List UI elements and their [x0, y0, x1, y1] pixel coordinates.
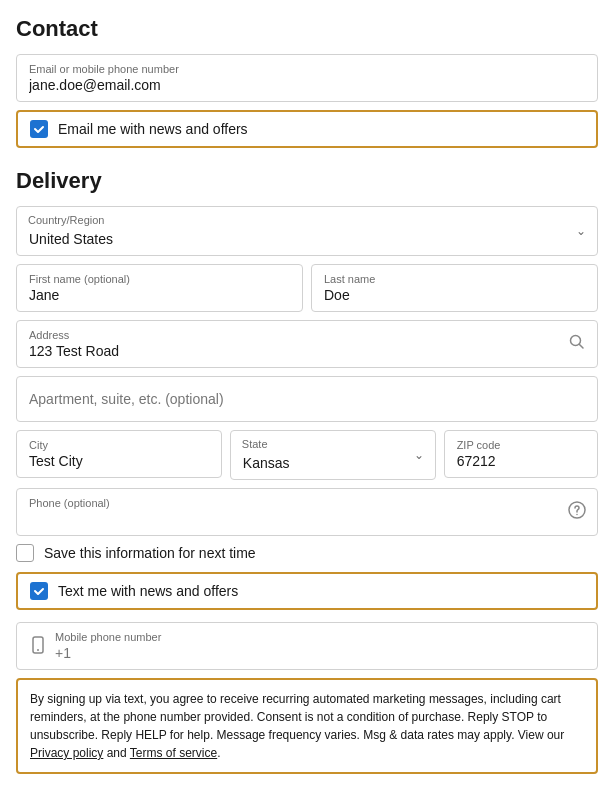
first-name-label: First name (optional) — [29, 273, 290, 285]
terms-link[interactable]: Terms of service — [130, 746, 217, 760]
legal-text-box: By signing up via text, you agree to rec… — [16, 678, 598, 774]
question-icon[interactable] — [568, 501, 586, 523]
save-info-label: Save this information for next time — [44, 545, 256, 561]
mobile-phone-input[interactable] — [55, 645, 585, 661]
save-info-row[interactable]: Save this information for next time — [16, 544, 598, 562]
legal-text: By signing up via text, you agree to rec… — [30, 692, 564, 742]
text-news-label: Text me with news and offers — [58, 583, 238, 599]
email-news-label: Email me with news and offers — [58, 121, 248, 137]
country-select[interactable]: United States — [16, 206, 598, 256]
address-wrapper: Address — [16, 320, 598, 368]
address-input[interactable] — [29, 343, 557, 359]
legal-period: . — [217, 746, 220, 760]
save-info-checkbox[interactable] — [16, 544, 34, 562]
city-input[interactable] — [29, 453, 209, 469]
privacy-policy-link[interactable]: Privacy policy — [30, 746, 103, 760]
phone-wrapper: Phone (optional) — [16, 488, 598, 536]
mobile-phone-label: Mobile phone number — [55, 631, 585, 643]
city-label: City — [29, 439, 209, 451]
state-wrapper: State Kansas ⌄ — [230, 430, 436, 480]
phone-icon — [29, 636, 47, 657]
zip-wrapper: ZIP code — [444, 430, 598, 480]
legal-and: and — [103, 746, 129, 760]
first-name-input[interactable] — [29, 287, 290, 303]
text-news-checkbox[interactable] — [30, 582, 48, 600]
zip-input[interactable] — [457, 453, 585, 469]
address-label: Address — [29, 329, 557, 341]
email-news-checkbox-row[interactable]: Email me with news and offers — [16, 110, 598, 148]
svg-point-4 — [37, 649, 39, 651]
phone-label: Phone (optional) — [29, 497, 557, 509]
email-input[interactable] — [29, 77, 585, 93]
first-name-wrapper: First name (optional) — [16, 264, 303, 312]
city-state-zip-row: City State Kansas ⌄ ZIP code — [16, 430, 598, 480]
zip-label: ZIP code — [457, 439, 585, 451]
apt-wrapper — [16, 376, 598, 422]
apt-input[interactable] — [16, 376, 598, 422]
text-news-checkbox-row[interactable]: Text me with news and offers — [16, 572, 598, 610]
country-wrapper: Country/Region United States ⌄ — [16, 206, 598, 256]
contact-section: Contact Email or mobile phone number Ema… — [16, 16, 598, 148]
phone-input[interactable] — [29, 511, 557, 527]
name-row: First name (optional) Last name — [16, 264, 598, 312]
mobile-phone-row: Mobile phone number — [16, 622, 598, 670]
search-icon — [568, 333, 586, 355]
email-news-checkbox[interactable] — [30, 120, 48, 138]
delivery-section: Delivery Country/Region United States ⌄ … — [16, 168, 598, 774]
email-input-label: Email or mobile phone number — [29, 63, 585, 75]
contact-title: Contact — [16, 16, 598, 42]
state-select[interactable]: Kansas — [230, 430, 436, 480]
last-name-wrapper: Last name — [311, 264, 598, 312]
email-input-wrapper: Email or mobile phone number — [16, 54, 598, 102]
delivery-title: Delivery — [16, 168, 598, 194]
svg-point-2 — [576, 514, 578, 516]
mobile-phone-input-area: Mobile phone number — [55, 631, 585, 661]
city-wrapper: City — [16, 430, 222, 480]
last-name-label: Last name — [324, 273, 585, 285]
last-name-input[interactable] — [324, 287, 585, 303]
